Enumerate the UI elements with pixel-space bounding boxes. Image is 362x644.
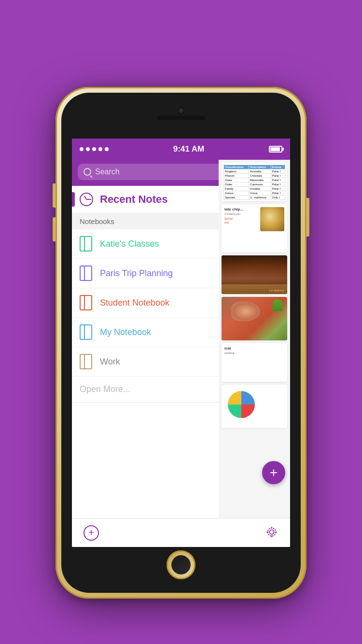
notebook-spine — [84, 266, 85, 280]
notebook-spine — [84, 355, 85, 368]
search-placeholder: Search — [95, 168, 120, 176]
right-panel: ClassificationDescriptionExamp KingdomAn… — [219, 160, 290, 518]
note-body-chocolate: 1/3 baking pan kemp ited — [224, 212, 258, 224]
note-title-chocolate: late chip... — [224, 207, 258, 211]
notebook-icon-green — [80, 236, 92, 252]
notebook-icon-purple — [80, 266, 92, 281]
clock-icon — [80, 193, 93, 206]
status-time: 9:41 AM — [173, 144, 205, 154]
settings-button[interactable] — [265, 525, 278, 541]
phone-screen: 9:41 AM Search — [72, 139, 290, 547]
note-thumb-food[interactable] — [222, 297, 287, 340]
signal-dot-3 — [92, 147, 96, 151]
add-note-button[interactable]: + — [84, 525, 99, 541]
signal-dot-4 — [98, 147, 102, 151]
volume-down-button — [53, 217, 56, 241]
note-thumb-chocolate[interactable]: late chip... 1/3 baking pan kemp ited — [222, 204, 287, 252]
speaker — [157, 116, 205, 120]
fab-icon: + — [270, 465, 278, 480]
note-title-text5: ical — [224, 346, 284, 350]
iphone-frame: 9:41 AM Search — [56, 87, 306, 599]
signal-dot-1 — [80, 147, 84, 151]
phone-inner: 9:41 AM Search — [61, 93, 301, 593]
battery-fill — [270, 147, 280, 151]
food-image — [222, 297, 287, 340]
notebook-title-work: Work — [100, 357, 120, 367]
clock-minute-hand — [86, 199, 91, 200]
note-thumb-chart[interactable] — [222, 385, 287, 428]
volume-up-button — [53, 183, 56, 208]
table-preview: ClassificationDescriptionExamp KingdomAn… — [223, 165, 285, 200]
chart-preview — [224, 388, 263, 421]
note-thumb-bakery[interactable]: La Bakery — [222, 255, 287, 294]
notebook-title-paris-trip: Paris Trip Planning — [100, 268, 173, 279]
status-bar: 9:41 AM — [72, 139, 290, 160]
notebook-title-my-notebook: My Notebook — [100, 327, 151, 337]
notebook-spine — [84, 296, 85, 309]
signal-dot-5 — [105, 147, 109, 151]
bakery-image: La Bakery — [222, 255, 287, 294]
recent-notes-title: Recent Notes — [100, 193, 168, 206]
svg-point-2 — [268, 528, 276, 536]
add-icon: + — [88, 527, 94, 538]
notebook-icon-blue — [80, 324, 92, 340]
phone-top-bar — [133, 107, 229, 120]
camera — [178, 107, 184, 114]
search-icon — [84, 168, 91, 176]
home-button-inner — [171, 555, 191, 574]
bottom-toolbar: + — [72, 518, 290, 547]
notebook-spine — [84, 237, 85, 251]
svg-point-1 — [269, 530, 274, 534]
note-thumb-text5[interactable]: ical nparing... — [222, 343, 287, 382]
gear-icon — [265, 525, 278, 539]
fab-button[interactable]: + — [262, 461, 285, 484]
notebook-spine — [84, 325, 85, 339]
search-field[interactable]: Search — [78, 164, 240, 180]
notebook-icon-red — [80, 295, 92, 310]
home-button[interactable] — [167, 550, 195, 579]
notebook-icon-tan — [80, 354, 92, 369]
note-thumb-table[interactable]: ClassificationDescriptionExamp KingdomAn… — [222, 163, 287, 201]
note-body-text5: nparing... — [224, 351, 284, 355]
notebook-title-student-notebook: Student Notebook — [100, 298, 169, 308]
notebook-title-katies-classes: Katie's Classes — [100, 239, 159, 249]
power-button — [306, 198, 309, 237]
signal-dot-2 — [86, 147, 90, 151]
battery-icon — [269, 146, 282, 153]
notebooks-label: Notebooks — [80, 217, 114, 225]
open-more-label: Open More... — [80, 384, 130, 394]
signal-dots — [80, 147, 109, 151]
